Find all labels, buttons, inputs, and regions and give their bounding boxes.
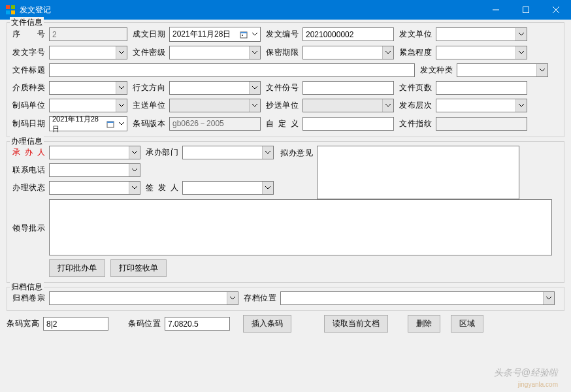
- chevron-down-icon[interactable]: [116, 82, 127, 94]
- barwh-input[interactable]: [43, 317, 108, 331]
- svg-rect-12: [107, 122, 114, 123]
- makedate-value: 2021年11月28日: [52, 114, 105, 134]
- chevron-down-icon[interactable]: [250, 33, 259, 36]
- chevron-down-icon[interactable]: [382, 99, 393, 112]
- kind-label: 发文种类: [420, 65, 457, 76]
- urgency-combo[interactable]: [436, 46, 527, 59]
- location-label: 存档位置: [244, 293, 280, 304]
- dept-combo[interactable]: [182, 146, 274, 159]
- volume-combo[interactable]: [49, 291, 238, 305]
- pages-input[interactable]: [436, 81, 527, 95]
- makeunit-combo[interactable]: [49, 99, 127, 112]
- chevron-down-icon[interactable]: [117, 122, 125, 125]
- barpos-input[interactable]: [165, 317, 230, 331]
- chevron-down-icon[interactable]: [116, 46, 127, 59]
- chevron-down-icon[interactable]: [262, 182, 273, 194]
- title-input[interactable]: [49, 63, 415, 77]
- barver-label: 条码版本: [133, 118, 169, 129]
- custom-label: 自定义: [266, 118, 302, 129]
- seq-input: [49, 27, 127, 41]
- fingerprint-input: [436, 117, 527, 131]
- handle-info-group: 办理信息 承 办 人 承办部门 联系电话 办理状态 签 发 人: [7, 141, 564, 283]
- signer-combo[interactable]: [182, 181, 274, 195]
- pages-label: 文件页数: [399, 82, 436, 93]
- custom-input[interactable]: [302, 117, 394, 131]
- word-label: 发文字号: [12, 47, 49, 58]
- secret-combo[interactable]: [169, 46, 261, 59]
- print-sign-button[interactable]: 打印签收单: [110, 259, 167, 277]
- leader-label: 领导批示: [12, 199, 49, 234]
- title-label: 文件标题: [12, 65, 49, 76]
- chevron-down-icon[interactable]: [129, 164, 140, 176]
- status-combo[interactable]: [49, 181, 140, 195]
- calendar-icon: [238, 29, 249, 40]
- opinion-textarea[interactable]: [317, 146, 519, 199]
- chevron-down-icon[interactable]: [515, 28, 527, 41]
- watermark-sub: jingyanla.com: [518, 381, 558, 388]
- phone-label: 联系电话: [12, 165, 49, 176]
- docno-input[interactable]: [302, 27, 394, 41]
- media-label: 介质种类: [12, 82, 49, 93]
- makedate-label: 制码日期: [12, 118, 49, 129]
- copies-label: 文件份号: [266, 82, 302, 93]
- file-info-legend: 文件信息: [10, 17, 44, 28]
- compose-date-label: 成文日期: [133, 29, 169, 40]
- makedate-picker[interactable]: 2021年11月28日: [49, 116, 127, 131]
- copysend-label: 抄送单位: [266, 100, 302, 111]
- chevron-down-icon[interactable]: [543, 292, 554, 304]
- chevron-down-icon[interactable]: [249, 46, 260, 59]
- mainsend-label: 主送单位: [133, 100, 169, 111]
- seq-label: 序 号: [12, 29, 49, 40]
- kind-combo[interactable]: [457, 63, 548, 77]
- phone-combo[interactable]: [49, 163, 140, 177]
- copies-input[interactable]: [302, 81, 394, 95]
- word-combo[interactable]: [49, 46, 127, 59]
- chevron-down-icon[interactable]: [515, 46, 527, 59]
- mainsend-combo[interactable]: [169, 99, 261, 112]
- region-button[interactable]: 区域: [451, 315, 483, 333]
- close-button[interactable]: [541, 0, 571, 20]
- print-batch-button[interactable]: 打印批办单: [49, 259, 105, 277]
- archive-info-group: 归档信息 归档卷宗 存档位置: [7, 287, 564, 311]
- chevron-down-icon[interactable]: [227, 292, 238, 304]
- compose-date-picker[interactable]: 2021年11月28日: [169, 27, 261, 42]
- copysend-combo[interactable]: [302, 99, 394, 112]
- leader-textarea[interactable]: [49, 199, 552, 255]
- barwh-label: 条码宽高: [7, 318, 43, 329]
- svg-rect-10: [242, 35, 243, 36]
- maximize-button[interactable]: [511, 0, 541, 20]
- volume-label: 归档卷宗: [12, 293, 49, 304]
- media-combo[interactable]: [49, 81, 127, 95]
- svg-rect-5: [523, 7, 529, 13]
- publevel-combo[interactable]: [436, 99, 527, 112]
- chevron-down-icon[interactable]: [536, 64, 547, 76]
- period-combo[interactable]: [302, 46, 394, 59]
- period-label: 保密期限: [266, 47, 302, 58]
- direction-combo[interactable]: [169, 81, 261, 95]
- svg-rect-9: [240, 32, 247, 33]
- delete-button[interactable]: 删除: [408, 315, 440, 333]
- barpos-label: 条码位置: [128, 318, 165, 329]
- insert-barcode-button[interactable]: 插入条码: [243, 315, 291, 333]
- chevron-down-icon[interactable]: [262, 146, 273, 159]
- minimize-button[interactable]: [481, 0, 511, 20]
- chevron-down-icon[interactable]: [116, 99, 127, 112]
- chevron-down-icon[interactable]: [515, 99, 527, 112]
- svg-rect-3: [11, 10, 15, 14]
- file-info-group: 文件信息 序 号 成文日期 2021年11月28日 发文编号 发文单位 发文字号…: [7, 22, 564, 137]
- chevron-down-icon[interactable]: [249, 99, 260, 112]
- svg-rect-2: [6, 10, 10, 14]
- read-doc-button[interactable]: 读取当前文档: [324, 315, 388, 333]
- app-icon: [5, 5, 16, 15]
- location-combo[interactable]: [280, 291, 555, 305]
- person-combo[interactable]: [49, 146, 140, 159]
- chevron-down-icon[interactable]: [129, 182, 140, 194]
- chevron-down-icon[interactable]: [249, 82, 260, 94]
- titlebar: 发文登记: [0, 0, 571, 20]
- publevel-label: 发布层次: [399, 100, 436, 111]
- barver-input: [169, 117, 261, 131]
- chevron-down-icon[interactable]: [382, 46, 393, 59]
- opinion-label: 拟办意见: [280, 146, 317, 199]
- chevron-down-icon[interactable]: [129, 146, 140, 159]
- unit-combo[interactable]: [436, 27, 527, 41]
